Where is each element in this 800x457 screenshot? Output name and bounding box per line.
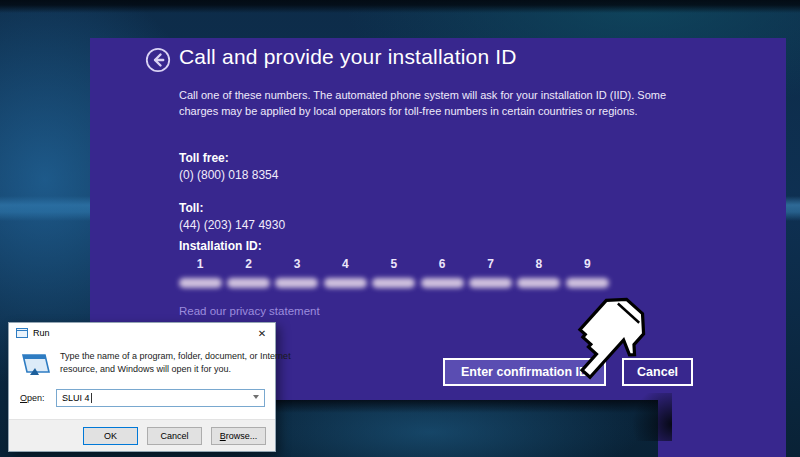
installation-id-grid: 123456789	[176, 257, 612, 288]
run-dialog-icon	[16, 328, 28, 338]
installation-id-column: 7	[466, 257, 514, 288]
toll-free-label: Toll free:	[179, 151, 229, 165]
installation-id-value-blurred	[421, 278, 464, 288]
run-dialog-footer: OK Cancel Browse...	[9, 419, 275, 451]
installation-id-column: 2	[224, 257, 272, 288]
installation-id-value-blurred	[372, 278, 415, 288]
open-input-value: SLUI 4	[62, 393, 90, 403]
run-message-line-2: resource, and Windows will open it for y…	[60, 363, 291, 376]
run-dialog: Run ✕ Type the name of a program, folder…	[8, 322, 276, 452]
installation-id-value-blurred	[566, 278, 609, 288]
installation-id-column: 3	[273, 257, 321, 288]
open-input[interactable]: SLUI 4	[56, 389, 265, 407]
description-line-2: charges may be applied by local operator…	[179, 103, 666, 119]
installation-id-column-number: 6	[439, 257, 446, 271]
installation-id-column: 9	[563, 257, 611, 288]
installation-id-column: 1	[176, 257, 224, 288]
browse-button[interactable]: Browse...	[211, 427, 266, 445]
installation-id-column: 6	[418, 257, 466, 288]
description: Call one of these numbers. The automated…	[179, 87, 666, 119]
installation-id-column-number: 1	[197, 257, 204, 271]
run-dialog-body: Type the name of a program, folder, docu…	[9, 343, 275, 380]
privacy-statement-link[interactable]: Read our privacy statement	[179, 305, 320, 317]
installation-id-value-blurred	[324, 278, 367, 288]
open-label: Open:	[20, 393, 56, 403]
cancel-button[interactable]: Cancel	[622, 358, 693, 386]
toll-label: Toll:	[179, 201, 203, 215]
installation-id-value-blurred	[275, 278, 318, 288]
installation-id-column-number: 8	[536, 257, 543, 271]
installation-id-column: 5	[370, 257, 418, 288]
toll-free-number: (0) (800) 018 8354	[179, 168, 278, 182]
run-dialog-message: Type the name of a program, folder, docu…	[60, 350, 291, 378]
description-line-1: Call one of these numbers. The automated…	[179, 87, 666, 103]
text-caret	[91, 393, 92, 403]
ok-button[interactable]: OK	[83, 427, 138, 445]
back-arrow-icon	[145, 47, 171, 73]
installation-id-value-blurred	[469, 278, 512, 288]
open-row: Open: SLUI 4	[9, 380, 275, 407]
run-dialog-title: Run	[33, 328, 50, 338]
installation-id-column-number: 4	[342, 257, 349, 271]
page-title: Call and provide your installation ID	[179, 45, 517, 69]
run-cancel-button[interactable]: Cancel	[147, 427, 202, 445]
run-message-line-1: Type the name of a program, folder, docu…	[60, 350, 291, 363]
installation-id-column-number: 7	[487, 257, 494, 271]
dropdown-chevron-icon[interactable]	[253, 395, 259, 399]
installation-id-column-number: 9	[584, 257, 591, 271]
screen: Call and provide your installation ID Ca…	[0, 0, 800, 457]
toll-number: (44) (203) 147 4930	[179, 218, 285, 232]
installation-id-value-blurred	[517, 278, 560, 288]
enter-confirmation-id-button[interactable]: Enter confirmation ID	[443, 358, 606, 386]
window-corner-shadow	[626, 393, 672, 441]
installation-id-column-number: 3	[294, 257, 301, 271]
installation-id-value-blurred	[179, 278, 222, 288]
installation-id-column-number: 2	[245, 257, 252, 271]
back-button[interactable]	[145, 47, 171, 73]
installation-id-value-blurred	[227, 278, 270, 288]
installation-id-column-number: 5	[390, 257, 397, 271]
action-button-row: Enter confirmation ID Cancel	[443, 358, 693, 386]
run-dialog-titlebar: Run ✕	[9, 323, 275, 343]
installation-id-column: 8	[515, 257, 563, 288]
close-icon[interactable]: ✕	[251, 328, 273, 339]
installation-id-column: 4	[321, 257, 369, 288]
installation-id-label: Installation ID:	[179, 239, 262, 253]
run-icon	[20, 350, 60, 378]
